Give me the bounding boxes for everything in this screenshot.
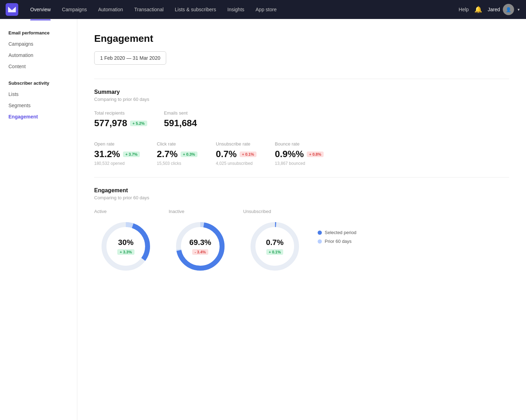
nav-item-automation[interactable]: Automation bbox=[93, 5, 128, 14]
nav-right: Help 🔔 Jared 👤 ▼ bbox=[459, 4, 520, 15]
stat-label-bounce-rate: Bounce rate bbox=[275, 141, 324, 147]
donut-unsubscribed-value: 0.7% bbox=[266, 238, 284, 247]
user-name: Jared bbox=[488, 7, 500, 12]
stat-click-rate: Click rate 2.7% + 0.3% 15,503 clicks bbox=[157, 141, 199, 166]
summary-title: Summary bbox=[94, 89, 509, 95]
sidebar-item-lists[interactable]: Lists bbox=[0, 89, 77, 100]
donut-unsubscribed-chart: 0.7% + 0.1% bbox=[247, 218, 303, 274]
engagement-subtitle: Comparing to prior 60 days bbox=[94, 195, 509, 200]
donut-unsubscribed-badge: + 0.1% bbox=[266, 248, 284, 255]
stat-sub-click-rate: 15,503 clicks bbox=[157, 161, 199, 166]
legend-dot-prior bbox=[318, 239, 322, 244]
chevron-down-icon: ▼ bbox=[517, 8, 520, 12]
sidebar-section-title-email: Email performance bbox=[0, 30, 77, 38]
sidebar-item-automation[interactable]: Automation bbox=[0, 50, 77, 61]
nav-links: Overview Campaigns Automation Transactio… bbox=[25, 5, 459, 14]
stat-label-unsub-rate: Unsubscribe rate bbox=[216, 141, 258, 147]
page-title: Engagement bbox=[94, 33, 509, 44]
donut-inactive-badge: - 3.4% bbox=[189, 248, 211, 255]
stat-value-open-rate: 31.2% + 3.7% bbox=[94, 149, 140, 160]
sidebar: Email performance Campaigns Automation C… bbox=[0, 19, 77, 420]
donut-active-center: 30% + 3.3% bbox=[117, 238, 135, 255]
badge-bounce-rate: + 0.8% bbox=[307, 151, 324, 157]
badge-click-rate: + 0.3% bbox=[181, 151, 198, 157]
sidebar-item-engagement[interactable]: Engagement bbox=[0, 111, 77, 122]
top-stats-row: Total recipients 577,978 + 5.2% Emails s… bbox=[94, 110, 509, 130]
stat-label-open-rate: Open rate bbox=[94, 141, 140, 147]
stat-emails-sent: Emails sent 591,684 bbox=[164, 110, 206, 130]
legend-selected-period: Selected period bbox=[318, 230, 356, 235]
donut-active-chart: 30% + 3.3% bbox=[98, 218, 154, 274]
legend-prior-60: Prior 60 days bbox=[318, 239, 356, 244]
donut-inactive-label: Inactive bbox=[169, 209, 184, 214]
engagement-section: Engagement Comparing to prior 60 days Ac… bbox=[94, 187, 509, 274]
donut-unsubscribed-label: Unsubscribed bbox=[243, 209, 271, 214]
nav-item-lists[interactable]: Lists & subscribers bbox=[170, 5, 221, 14]
donut-inactive: Inactive 69.3% - 3.4% bbox=[169, 209, 232, 274]
sidebar-item-campaigns[interactable]: Campaigns bbox=[0, 38, 77, 50]
donut-active-badge: + 3.3% bbox=[117, 248, 135, 255]
nav-item-campaigns[interactable]: Campaigns bbox=[57, 5, 92, 14]
legend: Selected period Prior 60 days bbox=[318, 209, 356, 244]
donut-inactive-center: 69.3% - 3.4% bbox=[189, 238, 211, 255]
help-link[interactable]: Help bbox=[459, 7, 469, 12]
sidebar-section-email-performance: Email performance Campaigns Automation C… bbox=[0, 30, 77, 72]
stat-sub-unsub-rate: 4,025 unsubscribed bbox=[216, 161, 258, 166]
legend-label-selected: Selected period bbox=[325, 230, 356, 235]
badge-unsub-rate: + 0.1% bbox=[240, 151, 257, 157]
legend-dot-selected bbox=[318, 231, 322, 235]
sidebar-section-subscriber-activity: Subscriber activity Lists Segments Engag… bbox=[0, 80, 77, 122]
logo[interactable] bbox=[6, 3, 18, 16]
navbar: Overview Campaigns Automation Transactio… bbox=[0, 0, 526, 19]
stat-value-emails-sent: 591,684 bbox=[164, 118, 206, 129]
donut-active-value: 30% bbox=[117, 238, 135, 247]
stat-label-emails-sent: Emails sent bbox=[164, 110, 206, 116]
donut-unsubscribed: Unsubscribed 0.7% + 0.1% bbox=[243, 209, 306, 274]
stat-value-click-rate: 2.7% + 0.3% bbox=[157, 149, 199, 160]
stat-total-recipients: Total recipients 577,978 + 5.2% bbox=[94, 110, 147, 130]
divider-2 bbox=[94, 177, 509, 177]
stat-value-unsub-rate: 0.7% + 0.1% bbox=[216, 149, 258, 160]
sidebar-section-title-subscriber: Subscriber activity bbox=[0, 80, 77, 89]
stat-value-recipients: 577,978 + 5.2% bbox=[94, 118, 147, 129]
engagement-title: Engagement bbox=[94, 187, 509, 194]
nav-item-transactional[interactable]: Transactional bbox=[129, 5, 169, 14]
nav-item-overview[interactable]: Overview bbox=[25, 5, 56, 14]
summary-subtitle: Comparing to prior 60 days bbox=[94, 97, 509, 102]
stat-label-click-rate: Click rate bbox=[157, 141, 199, 147]
nav-item-insights[interactable]: Insights bbox=[222, 5, 249, 14]
sidebar-item-content[interactable]: Content bbox=[0, 61, 77, 72]
stat-unsub-rate: Unsubscribe rate 0.7% + 0.1% 4,025 unsub… bbox=[216, 141, 258, 166]
user-menu[interactable]: Jared 👤 ▼ bbox=[488, 4, 520, 15]
donut-inactive-chart: 69.3% - 3.4% bbox=[172, 218, 228, 274]
donut-inactive-value: 69.3% bbox=[189, 238, 211, 247]
sidebar-item-segments[interactable]: Segments bbox=[0, 100, 77, 111]
bell-icon[interactable]: 🔔 bbox=[474, 6, 482, 13]
stat-bounce-rate: Bounce rate 0.9%% + 0.8% 13,867 bounced bbox=[275, 141, 324, 166]
date-range-picker[interactable]: 1 Feb 2020 — 31 Mar 2020 bbox=[94, 51, 166, 65]
stat-sub-bounce-rate: 13,867 bounced bbox=[275, 161, 324, 166]
stat-sub-open-rate: 180,532 opened bbox=[94, 161, 140, 166]
page-wrapper: Email performance Campaigns Automation C… bbox=[0, 19, 526, 420]
stat-value-bounce-rate: 0.9%% + 0.8% bbox=[275, 149, 324, 160]
donut-active: Active 30% + 3. bbox=[94, 209, 157, 274]
divider-1 bbox=[94, 79, 509, 79]
main-content: Engagement 1 Feb 2020 — 31 Mar 2020 Summ… bbox=[77, 19, 526, 420]
rates-row: Open rate 31.2% + 3.7% 180,532 opened Cl… bbox=[94, 141, 509, 166]
nav-item-appstore[interactable]: App store bbox=[251, 5, 281, 14]
donut-active-label: Active bbox=[94, 209, 106, 214]
donut-unsubscribed-center: 0.7% + 0.1% bbox=[266, 238, 284, 255]
legend-label-prior: Prior 60 days bbox=[325, 239, 352, 244]
badge-recipients: + 5.2% bbox=[130, 121, 147, 126]
avatar: 👤 bbox=[503, 4, 514, 15]
stat-open-rate: Open rate 31.2% + 3.7% 180,532 opened bbox=[94, 141, 140, 166]
stat-label-recipients: Total recipients bbox=[94, 110, 147, 116]
badge-open-rate: + 3.7% bbox=[123, 151, 140, 157]
donut-row: Active 30% + 3. bbox=[94, 209, 509, 274]
